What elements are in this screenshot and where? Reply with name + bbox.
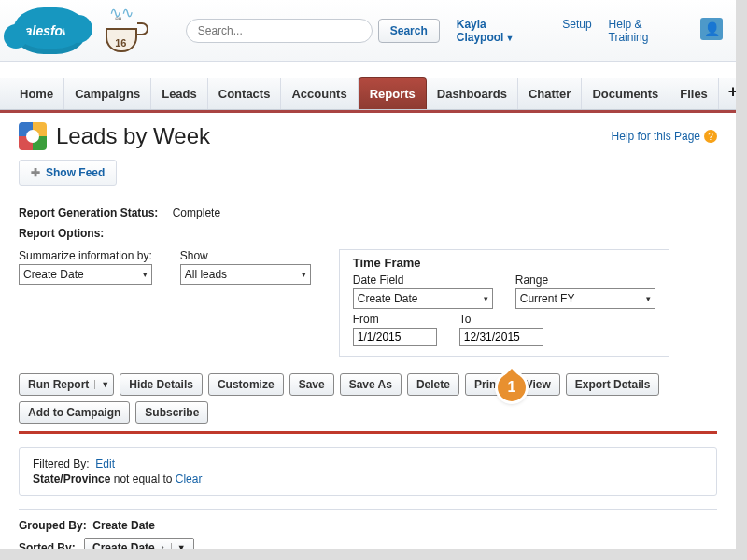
report-toolbar: Run Report▼ Hide Details Customize Save …	[19, 373, 717, 424]
main-nav: Home Campaigns Leads Contacts Accounts R…	[0, 78, 736, 110]
tab-contacts[interactable]: Contacts	[208, 78, 282, 109]
tab-documents[interactable]: Documents	[582, 78, 669, 109]
sorted-by-label: Sorted By:	[19, 541, 76, 554]
timeframe-title: Time Frame	[353, 256, 655, 270]
search-input[interactable]	[186, 19, 373, 43]
help-icon: ?	[704, 130, 717, 143]
run-report-button[interactable]: Run Report▼	[19, 373, 114, 396]
show-select[interactable]: All leads▾	[180, 264, 311, 285]
status-value: Complete	[173, 206, 220, 219]
summarize-select[interactable]: Create Date▾	[19, 264, 152, 285]
tab-files[interactable]: Files	[669, 78, 719, 109]
grouped-by-value: Create Date	[92, 519, 155, 532]
chevron-down-icon: ▾	[302, 270, 306, 279]
global-search: Search	[186, 19, 440, 43]
show-feed-label: Show Feed	[46, 166, 105, 179]
header-links: Kayla Claypool▼ Setup Help & Training 👤	[457, 18, 723, 44]
chevron-down-icon: ▾	[484, 294, 488, 303]
user-menu[interactable]: Kayla Claypool▼	[457, 18, 545, 44]
generation-status: Report Generation Status: Complete	[19, 206, 717, 219]
grouped-by-label: Grouped By:	[19, 519, 87, 532]
to-label: To	[459, 313, 543, 326]
tab-home[interactable]: Home	[9, 78, 64, 109]
avatar-icon[interactable]: 👤	[700, 18, 723, 40]
show-feed-button[interactable]: ✚ Show Feed	[19, 160, 117, 186]
arrow-up-icon: ↑	[161, 543, 165, 553]
user-name: Kayla Claypool	[457, 18, 504, 44]
options-area: Summarize information by: Create Date▾ S…	[19, 249, 717, 357]
filter-panel: Filtered By: Edit State/Province not equ…	[19, 447, 717, 496]
tab-leads[interactable]: Leads	[151, 78, 208, 109]
filtered-by-label: Filtered By:	[33, 457, 90, 470]
delete-button[interactable]: Delete	[407, 373, 459, 396]
chevron-down-icon: ▼	[171, 543, 186, 553]
filter-edit-link[interactable]: Edit	[95, 457, 115, 470]
divider	[19, 431, 717, 434]
show-label: Show	[180, 249, 311, 262]
filter-clear-link[interactable]: Clear	[176, 472, 203, 485]
top-header: salesforce ∿∿ ▫▫ 16 Search Kayla Claypoo…	[0, 0, 736, 62]
date-field-select[interactable]: Create Date▾	[353, 288, 493, 309]
hide-details-button[interactable]: Hide Details	[120, 373, 203, 396]
summarize-label: Summarize information by:	[19, 249, 152, 262]
page-title: Leads by Week	[56, 123, 210, 149]
report-icon	[19, 122, 47, 150]
filter-condition: not equal to	[110, 472, 175, 485]
setup-link[interactable]: Setup	[562, 18, 591, 44]
tab-add[interactable]: +	[719, 78, 747, 109]
content-area: Leads by Week Help for this Page ? ✚ Sho…	[0, 110, 736, 560]
filter-field: State/Province	[33, 472, 110, 485]
tab-campaigns[interactable]: Campaigns	[64, 78, 151, 109]
grouping-panel: Grouped By: Create Date Sorted By: Creat…	[19, 509, 717, 558]
coffee-icon: ∿∿ ▫▫ 16	[104, 7, 141, 54]
sorted-by-button[interactable]: Create Date ↑▼	[84, 538, 194, 558]
annotation-marker-1: 1	[498, 373, 526, 401]
from-date-input[interactable]	[353, 328, 437, 346]
logo-text: salesforce	[18, 23, 82, 38]
save-button[interactable]: Save	[289, 373, 334, 396]
help-for-page-link[interactable]: Help for this Page ?	[612, 130, 717, 143]
report-options-label: Report Options:	[19, 227, 717, 240]
tab-dashboards[interactable]: Dashboards	[427, 78, 518, 109]
to-date-input[interactable]	[459, 328, 543, 346]
tab-reports[interactable]: Reports	[359, 77, 427, 109]
subscribe-button[interactable]: Subscribe	[135, 401, 208, 424]
tab-accounts[interactable]: Accounts	[281, 78, 358, 109]
help-training-link[interactable]: Help & Training	[609, 18, 684, 44]
coffee-number: 16	[115, 37, 126, 49]
salesforce-logo: salesforce	[13, 7, 87, 54]
export-details-button[interactable]: Export Details	[566, 373, 660, 396]
add-to-campaign-button[interactable]: Add to Campaign	[19, 401, 130, 424]
chevron-down-icon: ▼	[94, 380, 109, 389]
from-label: From	[353, 313, 437, 326]
range-select[interactable]: Current FY▾	[515, 288, 655, 309]
range-label: Range	[515, 273, 655, 287]
search-button[interactable]: Search	[378, 19, 440, 43]
chevron-down-icon: ▾	[646, 294, 651, 303]
status-label: Report Generation Status:	[19, 206, 158, 219]
tab-chatter[interactable]: Chatter	[518, 78, 583, 109]
customize-button[interactable]: Customize	[208, 373, 284, 396]
chevron-down-icon: ▾	[143, 270, 148, 279]
timeframe-panel: Time Frame Date Field Create Date▾ Range…	[339, 249, 669, 357]
plus-icon: ✚	[31, 166, 40, 179]
save-as-button[interactable]: Save As	[340, 373, 402, 396]
date-field-label: Date Field	[353, 273, 493, 287]
